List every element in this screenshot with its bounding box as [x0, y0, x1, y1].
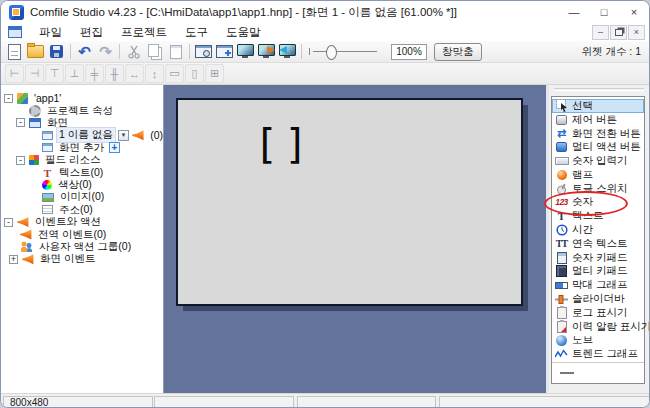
widget-item-label: 멀티 액션 버튼	[572, 140, 641, 154]
new-project-button[interactable]	[4, 42, 25, 62]
same-size-button[interactable]: ⊞	[205, 64, 224, 83]
tree-item-screen-events[interactable]: + 화면 이벤트	[1, 253, 163, 265]
tree-item-add-screen[interactable]: 화면 추가 +	[1, 142, 163, 154]
widget-item-label: 선택	[572, 99, 593, 113]
status-bar: 800x480	[1, 393, 649, 408]
widget-item-multi-keypad[interactable]: 멀티 키패드	[552, 265, 644, 279]
tree-item-color-resource[interactable]: 색상(0)	[1, 179, 163, 191]
redo-button[interactable]: ↷	[95, 42, 116, 62]
widget-item-number[interactable]: 123 숫자	[552, 196, 644, 210]
zoom-window-button[interactable]	[193, 42, 214, 62]
number-widget-placeholder[interactable]: []	[254, 124, 314, 164]
widget-item-history-alarm-display[interactable]: 이력 알람 표시기	[552, 320, 644, 334]
menu-edit[interactable]: 편집	[71, 23, 112, 41]
tree-item-image-resource[interactable]: 이미지(0)	[1, 191, 163, 203]
widget-item-toggle-switch[interactable]: 토글 스위치	[552, 182, 644, 196]
mdi-close-button[interactable]: ×	[628, 25, 645, 40]
expand-toggle[interactable]: +	[9, 255, 18, 264]
upload-from-device-button[interactable]	[277, 42, 298, 62]
redo-arrow-icon: ↷	[99, 44, 112, 59]
menu-tools[interactable]: 도구	[176, 23, 217, 41]
collapse-toggle[interactable]: -	[16, 156, 25, 165]
design-canvas[interactable]: []	[176, 98, 523, 306]
tree-item-screens[interactable]: - 화면	[1, 117, 163, 129]
cut-button[interactable]	[123, 42, 144, 62]
tree-item-user-action-groups[interactable]: 사용자 액션 그룹(0)	[1, 241, 163, 253]
widget-item-trend-graph[interactable]: 트렌드 그래프	[552, 347, 644, 361]
mdi-minimize-button[interactable]: –	[592, 25, 609, 40]
copy-button[interactable]	[144, 42, 165, 62]
paste-button[interactable]	[165, 42, 186, 62]
mdi-restore-button[interactable]	[610, 25, 627, 40]
main-content: - 'app1' 프로젝트 속성 - 화면 1 이름 없음 ▼ (0)	[1, 85, 649, 393]
swap-arrows-icon: ⇄	[554, 128, 569, 139]
collapse-toggle[interactable]: -	[4, 94, 13, 103]
widget-item-select[interactable]: 선택	[552, 99, 644, 113]
resize-grip[interactable]	[560, 372, 574, 374]
tree-item-field-resources[interactable]: - 필드 리소스	[1, 154, 163, 166]
widget-count-label: 위젯 개수 : 1	[581, 45, 641, 59]
tree-item-address-resource[interactable]: 주소(0)	[1, 204, 163, 216]
image-icon	[42, 193, 54, 202]
status-cell	[154, 396, 294, 408]
collapse-toggle[interactable]: -	[4, 218, 13, 227]
widget-item-log-display[interactable]: 로그 표시기	[552, 306, 644, 320]
menu-project[interactable]: 프로젝트	[112, 23, 176, 41]
keypad-icon	[554, 265, 569, 277]
widget-item-text[interactable]: T 텍스트	[552, 209, 644, 223]
tree-item-events-actions[interactable]: - 이벤트와 액션	[1, 216, 163, 228]
zoom-slider-thumb[interactable]	[326, 45, 337, 60]
widget-item-number-input[interactable]: 숫자 입력기	[552, 154, 644, 168]
align-right-edges-button[interactable]: ⊣	[25, 64, 44, 83]
color-wheel-icon	[42, 180, 52, 190]
widget-item-control-button[interactable]: 제어 버튼	[552, 113, 644, 127]
widget-item-time[interactable]: 시간	[552, 223, 644, 237]
widget-item-lamp[interactable]: 램프	[552, 168, 644, 182]
users-icon	[20, 241, 33, 252]
tree-item-app1[interactable]: - 'app1'	[1, 92, 163, 104]
magnifier-window-icon	[195, 45, 212, 58]
align-bottom-edges-button[interactable]: ⊥	[65, 64, 84, 83]
distribute-vertical-button[interactable]: ↕	[145, 64, 164, 83]
widget-item-screen-switch-button[interactable]: ⇄ 화면 전환 버튼	[552, 127, 644, 141]
open-project-button[interactable]	[25, 42, 46, 62]
tree-item-text-resource[interactable]: T 텍스트(0)	[1, 166, 163, 178]
widget-item-multi-action-button[interactable]: 멀티 액션 버튼	[552, 140, 644, 154]
widget-item-sequential-text[interactable]: TT 연속 텍스트	[552, 237, 644, 251]
zoom-slider[interactable]	[313, 51, 377, 52]
title-bar: Comfile Studio v4.23 - [C:\HmiData\app1\…	[1, 1, 649, 23]
align-center-vertical-button[interactable]: ╫	[105, 64, 124, 83]
widget-item-knob[interactable]: 노브	[552, 334, 644, 348]
fit-window-button[interactable]: 창맞춤	[434, 43, 482, 61]
menu-help[interactable]: 도움말	[217, 23, 270, 41]
close-button[interactable]: ×	[619, 1, 649, 23]
maximize-button[interactable]: □	[589, 1, 619, 23]
align-left-edges-button[interactable]: ⊢	[5, 64, 24, 83]
widget-item-bar-graph[interactable]: 막대 그래프	[552, 278, 644, 292]
distribute-horizontal-button[interactable]: ↔	[125, 64, 144, 83]
same-width-button[interactable]: ▭	[165, 64, 184, 83]
screen-dropdown[interactable]: ▼	[118, 130, 129, 141]
download-to-device-button[interactable]	[256, 42, 277, 62]
megaphone-icon	[132, 130, 144, 140]
save-project-button[interactable]	[46, 42, 67, 62]
undo-button[interactable]: ↶	[74, 42, 95, 62]
collapse-toggle[interactable]: -	[16, 118, 25, 127]
simulate-button[interactable]	[235, 42, 256, 62]
tree-item-global-events[interactable]: 전역 이벤트(0)	[1, 228, 163, 240]
widget-item-slider-bar[interactable]: 슬라이더바	[552, 292, 644, 306]
tree-item-project-properties[interactable]: 프로젝트 속성	[1, 104, 163, 116]
tree-item-screen-1[interactable]: 1 이름 없음 ▼ (0)	[1, 129, 163, 141]
add-screen-button[interactable]	[214, 42, 235, 62]
menu-file[interactable]: 파일	[30, 23, 71, 41]
widget-item-label: 숫자 키패드	[572, 251, 627, 265]
widget-item-number-keypad[interactable]: 숫자 키패드	[552, 251, 644, 265]
tree-item-label: 화면 이벤트	[38, 252, 97, 266]
align-top-edges-button[interactable]: ⊤	[45, 64, 64, 83]
minimize-button[interactable]: —	[559, 1, 589, 23]
same-height-button[interactable]: ▯	[185, 64, 204, 83]
zoom-value-field[interactable]: 100%	[391, 44, 427, 60]
add-screen-plus-button[interactable]: +	[109, 142, 120, 153]
align-center-horizontal-button[interactable]: ╪	[85, 64, 104, 83]
widget-item-label: 연속 텍스트	[572, 237, 627, 251]
